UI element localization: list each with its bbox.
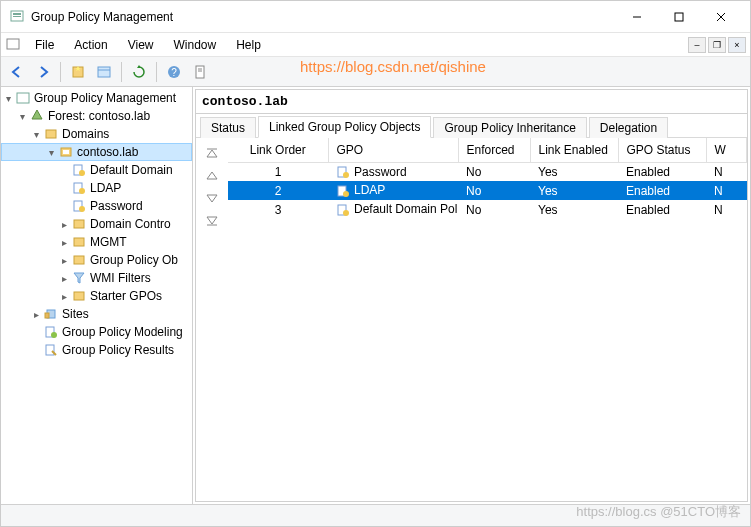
tree-root[interactable]: ▾ Group Policy Management bbox=[1, 89, 192, 107]
minimize-button[interactable] bbox=[616, 3, 658, 31]
expand-icon[interactable]: ▸ bbox=[57, 237, 71, 248]
titlebar: Group Policy Management bbox=[1, 1, 750, 33]
expand-icon[interactable]: ▸ bbox=[57, 273, 71, 284]
tree-starter-gpos[interactable]: ▸Starter GPOs bbox=[1, 287, 192, 305]
cell-gpo: LDAP bbox=[328, 181, 458, 200]
toolbar-view-button[interactable] bbox=[92, 60, 116, 84]
app-icon bbox=[9, 9, 25, 25]
table-row[interactable]: 1PasswordNoYesEnabledN bbox=[228, 162, 747, 181]
expand-icon[interactable]: ▸ bbox=[29, 309, 43, 320]
move-down-button[interactable] bbox=[202, 190, 222, 206]
content-pane: contoso.lab Status Linked Group Policy O… bbox=[195, 89, 748, 502]
maximize-button[interactable] bbox=[658, 3, 700, 31]
tab-linked-gpos[interactable]: Linked Group Policy Objects bbox=[258, 116, 431, 138]
tab-delegation[interactable]: Delegation bbox=[589, 117, 668, 138]
cell-enforced: No bbox=[458, 200, 530, 219]
svg-rect-31 bbox=[45, 313, 49, 318]
mdi-minimize-button[interactable]: – bbox=[688, 37, 706, 53]
expand-icon[interactable]: ▸ bbox=[57, 291, 71, 302]
cell-link-order: 2 bbox=[228, 181, 328, 200]
col-link-enabled[interactable]: Link Enabled bbox=[530, 138, 618, 162]
tree-gp-results[interactable]: Group Policy Results bbox=[1, 341, 192, 359]
svg-rect-2 bbox=[13, 16, 21, 17]
close-button[interactable] bbox=[700, 3, 742, 31]
tree-pane[interactable]: ▾ Group Policy Management ▾ Forest: cont… bbox=[1, 87, 193, 504]
back-button[interactable] bbox=[5, 60, 29, 84]
mdi-restore-button[interactable]: ❐ bbox=[708, 37, 726, 53]
cell-link-enabled: Yes bbox=[530, 200, 618, 219]
collapse-icon[interactable]: ▾ bbox=[29, 129, 43, 140]
tree-ou-mgmt[interactable]: ▸MGMT bbox=[1, 233, 192, 251]
collapse-icon[interactable]: ▾ bbox=[15, 111, 29, 122]
folder-icon bbox=[71, 252, 87, 268]
toolbar-new-button[interactable] bbox=[66, 60, 90, 84]
menu-view[interactable]: View bbox=[118, 36, 164, 54]
folder-icon bbox=[71, 288, 87, 304]
tree-wmi-filters[interactable]: ▸WMI Filters bbox=[1, 269, 192, 287]
refresh-button[interactable] bbox=[127, 60, 151, 84]
table-row[interactable]: 2LDAPNoYesEnabledN bbox=[228, 181, 747, 200]
svg-point-23 bbox=[79, 188, 85, 194]
tree-gp-modeling[interactable]: Group Policy Modeling bbox=[1, 323, 192, 341]
collapse-icon[interactable]: ▾ bbox=[1, 93, 15, 104]
cell-enforced: No bbox=[458, 181, 530, 200]
cell-link-order: 3 bbox=[228, 200, 328, 219]
forward-button[interactable] bbox=[31, 60, 55, 84]
cell-wmi: N bbox=[706, 181, 747, 200]
tab-status[interactable]: Status bbox=[200, 117, 256, 138]
svg-rect-29 bbox=[74, 292, 84, 300]
statusbar bbox=[1, 504, 750, 526]
col-enforced[interactable]: Enforced bbox=[458, 138, 530, 162]
gpm-icon bbox=[15, 90, 31, 106]
gpo-link-icon bbox=[336, 165, 350, 179]
cell-wmi: N bbox=[706, 200, 747, 219]
menu-file[interactable]: File bbox=[25, 36, 64, 54]
menu-help[interactable]: Help bbox=[226, 36, 271, 54]
window-title: Group Policy Management bbox=[31, 10, 616, 24]
table-row[interactable]: 3Default Domain PolicyNoYesEnabledN bbox=[228, 200, 747, 219]
forest-icon bbox=[29, 108, 45, 124]
move-up-button[interactable] bbox=[202, 168, 222, 184]
table-hscrollbar[interactable] bbox=[228, 484, 747, 501]
toolbar-doc-button[interactable] bbox=[188, 60, 212, 84]
svg-rect-19 bbox=[63, 150, 69, 154]
tree-ou-domain-controllers[interactable]: ▸Domain Contro bbox=[1, 215, 192, 233]
svg-point-40 bbox=[343, 191, 349, 197]
cell-link-enabled: Yes bbox=[530, 162, 618, 181]
tabstrip: Status Linked Group Policy Objects Group… bbox=[196, 114, 747, 138]
menu-action[interactable]: Action bbox=[64, 36, 117, 54]
col-gpo-status[interactable]: GPO Status bbox=[618, 138, 706, 162]
svg-rect-9 bbox=[98, 67, 110, 77]
tree-gpo-password[interactable]: Password bbox=[1, 197, 192, 215]
tree-sites[interactable]: ▸Sites bbox=[1, 305, 192, 323]
col-link-order[interactable]: Link Order bbox=[228, 138, 328, 162]
expand-icon[interactable]: ▸ bbox=[57, 255, 71, 266]
tree-forest[interactable]: ▾ Forest: contoso.lab bbox=[1, 107, 192, 125]
tree-gpo-container[interactable]: ▸Group Policy Ob bbox=[1, 251, 192, 269]
tree-gpo-ldap[interactable]: LDAP bbox=[1, 179, 192, 197]
move-bottom-button[interactable] bbox=[202, 212, 222, 228]
svg-rect-13 bbox=[196, 66, 204, 78]
linked-gpo-table[interactable]: Link Order GPO Enforced Link Enabled GPO… bbox=[228, 138, 747, 501]
domains-icon bbox=[43, 126, 59, 142]
collapse-icon[interactable]: ▾ bbox=[44, 147, 58, 158]
link-order-buttons bbox=[196, 138, 228, 501]
tab-inheritance[interactable]: Group Policy Inheritance bbox=[433, 117, 586, 138]
ou-icon bbox=[71, 234, 87, 250]
menu-window[interactable]: Window bbox=[164, 36, 227, 54]
tree-domains[interactable]: ▾ Domains bbox=[1, 125, 192, 143]
tree-domain-contoso[interactable]: ▾ contoso.lab bbox=[1, 143, 192, 161]
gpo-link-icon bbox=[336, 203, 350, 217]
svg-point-21 bbox=[79, 170, 85, 176]
cell-gpo: Default Domain Policy bbox=[328, 200, 458, 219]
mdi-close-button[interactable]: × bbox=[728, 37, 746, 53]
svg-rect-17 bbox=[46, 130, 56, 138]
expand-icon[interactable]: ▸ bbox=[57, 219, 71, 230]
move-top-button[interactable] bbox=[202, 146, 222, 162]
col-gpo[interactable]: GPO bbox=[328, 138, 458, 162]
help-button[interactable]: ? bbox=[162, 60, 186, 84]
scope-title: contoso.lab bbox=[196, 90, 747, 114]
col-wmi[interactable]: W bbox=[706, 138, 747, 162]
svg-rect-1 bbox=[13, 13, 21, 15]
tree-gpo-default-domain[interactable]: Default Domain bbox=[1, 161, 192, 179]
